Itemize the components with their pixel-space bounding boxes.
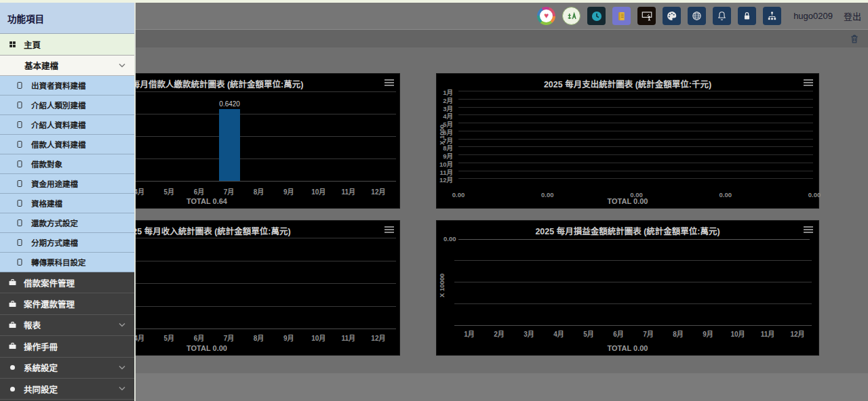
sidebar-item-label: 主頁	[24, 38, 41, 51]
globe-icon[interactable]	[688, 7, 706, 25]
sidebar-item-label: 還款方式設定	[31, 217, 78, 228]
x-axis-label: 12月	[363, 333, 393, 343]
sidebar-item-5[interactable]: 借款人資料建檔	[0, 135, 134, 154]
x-axis-label: 12月	[363, 186, 393, 196]
x-axis-label: 4月	[544, 329, 574, 339]
scroll-icon[interactable]	[612, 7, 631, 25]
sidebar-header: 功能項目	[0, 3, 134, 34]
x-axis-label: 7月	[214, 186, 243, 196]
briefcase-icon	[7, 299, 18, 309]
logout-button[interactable]: 登出	[844, 9, 861, 22]
sidebar-item-label: 資金用途建檔	[31, 178, 78, 189]
card-icon	[14, 100, 25, 110]
sidebar-item-label: 報表	[24, 318, 41, 331]
gridline	[458, 123, 813, 123]
gridline	[458, 131, 813, 131]
sidebar-item-label: 操作手冊	[24, 340, 58, 353]
x-axis-label: 10月	[304, 186, 334, 196]
circle-icon	[7, 363, 18, 372]
x-axis-label: 9月	[274, 186, 304, 196]
x-axis-label: 6月	[604, 329, 633, 339]
card-icon	[14, 218, 25, 228]
briefcase-icon	[7, 320, 18, 330]
x-axis-label: 8月	[244, 333, 274, 343]
x-axis-label: 1月	[454, 329, 484, 339]
sidebar-item-6[interactable]: 借款對象	[0, 154, 134, 174]
sidebar-item-label: 借款對象	[31, 159, 62, 169]
sidebar-item-label: 共同設定	[24, 383, 58, 396]
sidebar-item-17[interactable]: 共同設定	[0, 379, 134, 400]
chart-plot: 1月2月3月4月5月6月7月8月9月10月11月12月0.00X 10000	[437, 221, 818, 355]
sidebar-item-3[interactable]: 介紹人類別建檔	[0, 96, 134, 115]
gridline	[454, 282, 812, 282]
chart-panel-monthly-expense: 2025 每月支出統計圖表 (統計金額單位:千元) 1月2月3月4月5月6月7月…	[436, 73, 819, 209]
sidebar-item-16[interactable]: 系統設定	[0, 358, 134, 379]
gridline	[458, 114, 813, 115]
briefcase-icon	[7, 341, 18, 351]
card-icon	[14, 238, 25, 247]
gridline	[458, 171, 813, 171]
sidebar-item-10[interactable]: 分期方式建檔	[0, 233, 134, 253]
chart-total: TOTAL 0.00	[437, 197, 818, 205]
x-axis-label: 11月	[753, 329, 783, 339]
colorful-logo-icon[interactable]	[537, 7, 555, 25]
sidebar-item-9[interactable]: 還款方式設定	[0, 213, 134, 233]
card-icon	[14, 198, 25, 208]
x-axis-label: 7月	[633, 329, 663, 339]
x-axis-label: 7月	[214, 333, 243, 343]
y-axis-unit-label: X 10000	[438, 241, 446, 329]
x-axis-label: 8月	[244, 186, 274, 196]
gridline	[458, 107, 813, 108]
sidebar-item-15[interactable]: 操作手冊	[0, 336, 134, 357]
card-icon	[14, 120, 25, 129]
gridline	[458, 91, 813, 91]
gridline	[458, 99, 813, 100]
sidebar-item-12[interactable]: 借款案件管理	[0, 272, 134, 293]
presentation-icon[interactable]	[637, 7, 656, 25]
sidebar-item-13[interactable]: 案件還款管理	[0, 293, 134, 314]
sidebar-item-11[interactable]: 轉傳票科目設定	[0, 253, 134, 272]
trash-icon[interactable]	[849, 33, 860, 47]
sidebar-item-label: 轉傳票科目設定	[31, 257, 86, 268]
sidebar-item-label: 案件還款管理	[24, 297, 75, 310]
x-axis-label: 6月	[184, 186, 214, 196]
card-icon	[14, 81, 25, 90]
x-axis-line	[454, 325, 812, 326]
gridline	[458, 146, 813, 147]
bell-icon[interactable]	[713, 7, 731, 25]
x-axis-label: 2月	[484, 329, 514, 339]
x-axis-label: 5月	[154, 333, 184, 343]
dashboard-page: hugo0209 登出 2025 每月借款人繳款統計圖表 (統計金額單位:萬元)…	[0, 0, 868, 401]
chart-plot: 1月2月3月4月5月6月7月8月9月10月11月12月0.000.000.000…	[437, 74, 818, 208]
sidebar-item-label: 資格建檔	[31, 198, 62, 209]
sidebar-item-14[interactable]: 報表	[0, 315, 134, 336]
card-icon	[14, 140, 25, 149]
x-axis-label: 3月	[514, 329, 544, 339]
gridline	[454, 260, 812, 261]
y-axis-unit-label: X 1000	[438, 91, 446, 179]
card-icon	[14, 159, 25, 169]
zero-value-line	[458, 239, 810, 240]
x-axis-label: 6月	[184, 333, 214, 343]
x-axis-label: 8月	[663, 329, 693, 339]
sidebar-item-label: 分期方式建檔	[31, 237, 78, 248]
sidebar-item-4[interactable]: 介紹人資料建檔	[0, 115, 134, 135]
sitemap-icon[interactable]	[763, 7, 781, 25]
gridline	[458, 163, 813, 163]
sidebar-item-label: 出資者資料建檔	[31, 80, 86, 91]
user-name: hugo0209	[793, 11, 833, 21]
sidebar-item-8[interactable]: 資格建檔	[0, 194, 134, 213]
lock-icon[interactable]	[738, 7, 756, 25]
sidebar-item-2[interactable]: 出資者資料建檔	[0, 76, 134, 96]
sidebar-item-label: 基本建檔	[24, 59, 58, 72]
green-logo-icon[interactable]	[562, 7, 580, 25]
x-axis-label: 9月	[693, 329, 723, 339]
clock-icon[interactable]	[587, 7, 606, 25]
sidebar-item-1[interactable]: 基本建檔	[0, 56, 134, 76]
gridline	[454, 303, 812, 304]
grid-icon	[7, 40, 18, 49]
sidebar-item-0[interactable]: 主頁	[0, 34, 134, 56]
sidebar-item-7[interactable]: 資金用途建檔	[0, 174, 134, 194]
x-axis-label: 10月	[723, 329, 753, 339]
palette-icon[interactable]	[663, 7, 681, 25]
